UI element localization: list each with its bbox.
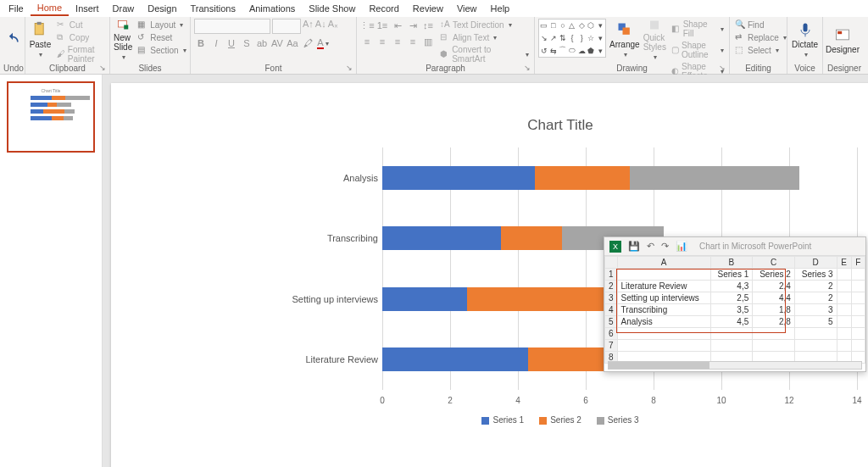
cell[interactable] <box>851 316 865 328</box>
shape-outline-button[interactable]: ▢Shape Outline <box>670 40 726 60</box>
cell[interactable]: 4,3 <box>710 281 753 292</box>
cell[interactable]: 3,5 <box>710 304 753 316</box>
cell[interactable] <box>851 304 865 316</box>
cell[interactable]: 3 <box>794 304 837 316</box>
col-header[interactable]: D <box>794 257 837 269</box>
data-window-titlebar[interactable]: X 💾 ↶ ↷ 📊 Chart in Microsoft PowerPoint <box>604 237 865 256</box>
paste-button[interactable]: Paste <box>29 19 52 61</box>
increase-font-icon[interactable]: A↑ <box>303 19 314 34</box>
align-center-icon[interactable]: ≡ <box>376 35 389 48</box>
line-spacing-icon[interactable]: ↕≡ <box>421 19 435 32</box>
cell[interactable]: 1,8 <box>753 304 795 316</box>
menu-home[interactable]: Home <box>31 1 69 16</box>
new-slide-button[interactable]: New Slide <box>114 19 132 61</box>
cell[interactable]: 4,4 <box>753 292 795 304</box>
cut-button[interactable]: ✂Cut <box>55 19 106 31</box>
numbering-icon[interactable]: 1≡ <box>376 19 389 32</box>
row-header[interactable]: 1 <box>605 269 618 281</box>
designer-button[interactable]: Designer <box>826 19 859 61</box>
increase-indent-icon[interactable]: ⇥ <box>406 19 420 32</box>
bullets-icon[interactable]: ⋮≡ <box>360 19 374 32</box>
col-header[interactable]: A <box>617 257 710 269</box>
highlight-icon[interactable]: 🖍 <box>301 36 314 50</box>
quick-styles-button[interactable]: Quick Styles <box>643 19 666 61</box>
chart-data-window[interactable]: X 💾 ↶ ↷ 📊 Chart in Microsoft PowerPoint … <box>604 236 866 372</box>
menu-help[interactable]: Help <box>484 2 517 15</box>
col-header[interactable]: F <box>851 257 865 269</box>
copy-button[interactable]: ⧉Copy <box>55 31 106 43</box>
bold-icon[interactable]: B <box>194 36 208 50</box>
layout-button[interactable]: ▦Layout <box>136 19 187 31</box>
menu-slideshow[interactable]: Slide Show <box>302 2 362 15</box>
strike-icon[interactable]: S <box>240 36 253 50</box>
cell[interactable] <box>710 340 753 352</box>
col-header[interactable]: B <box>710 257 753 269</box>
row-header[interactable]: 6 <box>605 328 618 340</box>
shape-fill-button[interactable]: ◧Shape Fill <box>670 19 726 39</box>
cell[interactable]: Analysis <box>617 316 710 328</box>
cell[interactable]: Transcribing <box>617 304 710 316</box>
font-size-combo[interactable] <box>272 19 301 34</box>
underline-icon[interactable]: U <box>225 36 238 50</box>
align-left-icon[interactable]: ≡ <box>360 35 374 48</box>
cell[interactable]: 2,8 <box>753 316 795 328</box>
slide-thumbnail-pane[interactable]: Chart Title <box>0 75 103 467</box>
cell[interactable] <box>851 292 865 304</box>
cell[interactable] <box>837 269 851 281</box>
cell[interactable] <box>837 328 851 340</box>
font-launcher[interactable]: ↘ <box>346 64 354 72</box>
row-header[interactable]: 7 <box>605 340 618 352</box>
columns-icon[interactable]: ▥ <box>421 35 435 48</box>
shadow-icon[interactable]: ab <box>255 36 269 50</box>
paragraph-launcher[interactable]: ↘ <box>524 64 532 72</box>
italic-icon[interactable]: I <box>209 36 223 50</box>
cell[interactable] <box>837 304 851 316</box>
cell[interactable]: 2,4 <box>753 281 795 292</box>
redo-icon[interactable]: ↷ <box>661 241 669 252</box>
align-right-icon[interactable]: ≡ <box>391 35 404 48</box>
menu-design[interactable]: Design <box>141 2 183 15</box>
align-text-button[interactable]: ⊟Align Text <box>438 31 531 43</box>
undo-button[interactable] <box>3 19 21 61</box>
row-header[interactable]: 2 <box>605 281 618 292</box>
menu-record[interactable]: Record <box>362 2 405 15</box>
row-header[interactable]: 3 <box>605 292 618 304</box>
arrange-button[interactable]: Arrange <box>609 19 640 61</box>
menu-view[interactable]: View <box>450 2 484 15</box>
cell[interactable] <box>851 340 865 352</box>
menu-file[interactable]: File <box>2 2 31 15</box>
horizontal-scrollbar[interactable] <box>608 361 862 370</box>
cell[interactable]: 4,5 <box>710 316 753 328</box>
cell[interactable] <box>753 328 795 340</box>
col-header[interactable]: E <box>837 257 851 269</box>
cell[interactable]: Literature Review <box>617 281 710 292</box>
justify-icon[interactable]: ≡ <box>406 35 420 48</box>
decrease-indent-icon[interactable]: ⇤ <box>391 19 404 32</box>
font-name-combo[interactable] <box>194 19 270 34</box>
cell[interactable]: 2 <box>794 292 837 304</box>
undo-icon[interactable]: ↶ <box>647 241 654 252</box>
cell[interactable] <box>794 328 837 340</box>
cell[interactable] <box>837 316 851 328</box>
font-color-icon[interactable]: A <box>316 36 330 50</box>
cell[interactable] <box>617 340 710 352</box>
chart-icon[interactable]: 📊 <box>676 241 687 252</box>
cell[interactable]: 5 <box>794 316 837 328</box>
shapes-gallery[interactable]: ▭□○△◇⬡▾ ↘↗⇅{}☆▾ ↺⇆⌒⬭☁⬟▾ <box>538 19 606 58</box>
cell[interactable] <box>851 269 865 281</box>
cell[interactable] <box>753 340 795 352</box>
cell[interactable]: Series 2 <box>753 269 795 281</box>
clipboard-launcher[interactable]: ↘ <box>99 64 108 72</box>
replace-button[interactable]: ⇄Replace <box>733 31 788 43</box>
reset-button[interactable]: ↺Reset <box>136 31 187 43</box>
dictate-button[interactable]: Dictate <box>791 19 819 61</box>
menu-draw[interactable]: Draw <box>106 2 142 15</box>
menu-animations[interactable]: Animations <box>242 2 302 15</box>
find-button[interactable]: 🔍Find <box>733 19 788 31</box>
menu-insert[interactable]: Insert <box>69 2 106 15</box>
drawing-launcher[interactable]: ↘ <box>719 64 727 72</box>
cell[interactable]: Series 1 <box>710 269 753 281</box>
cell[interactable]: Setting up interviews <box>617 292 710 304</box>
cell[interactable]: Series 3 <box>794 269 837 281</box>
format-painter-button[interactable]: 🖌Format Painter <box>55 44 106 64</box>
